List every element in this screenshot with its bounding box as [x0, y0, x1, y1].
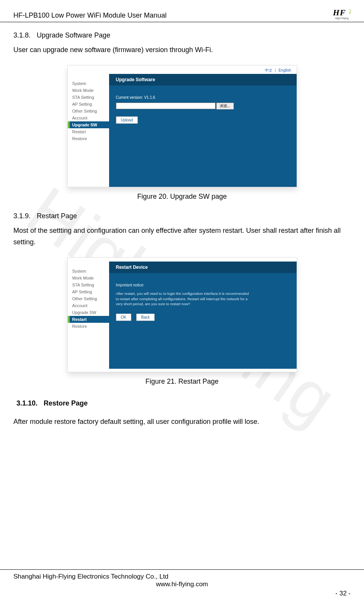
sidebar-item-restore[interactable]: Restore	[68, 135, 109, 142]
sidebar-nav: System Work Mode STA Setting AP Setting …	[68, 74, 109, 187]
panel-title: Restart Device	[109, 262, 297, 273]
upload-button[interactable]: Upload	[116, 116, 138, 124]
sidebar-item-other-setting[interactable]: Other Setting	[68, 295, 109, 302]
screenshot-upgrade-sw: 中文 | English System Work Mode STA Settin…	[67, 65, 297, 187]
sidebar-item-restart[interactable]: Restart	[68, 316, 109, 323]
sidebar-item-ap-setting[interactable]: AP Setting	[68, 101, 109, 108]
sidebar-item-other-setting[interactable]: Other Setting	[68, 108, 109, 114]
figure-20: 中文 | English System Work Mode STA Settin…	[13, 65, 351, 201]
panel-title: Upgrade Software	[109, 74, 297, 85]
firmware-file-input[interactable]	[116, 103, 215, 109]
language-switcher: 中文 | English	[68, 65, 297, 74]
section-title: Restart Page	[37, 212, 77, 220]
browse-button[interactable]: 浏览...	[216, 103, 234, 110]
lang-english-link[interactable]: English	[279, 68, 291, 72]
footer-url: www.hi-flying.com	[13, 580, 351, 588]
sidebar-item-upgrade-sw[interactable]: Upgrade SW	[68, 121, 109, 128]
footer-company: Shanghai High-Flying Electronics Technol…	[13, 573, 351, 580]
sidebar-item-account[interactable]: Account	[68, 302, 109, 309]
section-body-319: Most of the settting and configuration c…	[13, 225, 351, 248]
sidebar-item-work-mode[interactable]: Work Mode	[68, 87, 109, 94]
footer-page-number: - 32 -	[13, 590, 351, 597]
page-header: HF-LPB100 Low Power WiFi Module User Man…	[0, 0, 364, 22]
section-title: Upgrade Software Page	[37, 31, 110, 39]
wifi-icon	[348, 10, 351, 13]
section-body-3110: After module restore factory default set…	[13, 416, 351, 428]
main-panel: Upgrade Software Current version: V1.1.6…	[109, 74, 297, 187]
figure-20-caption: Figure 20. Upgrade SW page	[13, 193, 351, 201]
section-title: Restore Page	[44, 399, 88, 407]
page-footer: Shanghai High-Flying Electronics Technol…	[0, 569, 364, 597]
lang-separator: |	[275, 68, 276, 72]
back-button[interactable]: Back	[136, 314, 155, 321]
important-notice-text: After restart, you will need to re-login…	[116, 291, 250, 307]
sidebar-item-work-mode[interactable]: Work Mode	[68, 275, 109, 281]
logo-subtext: High-Flying	[335, 17, 348, 20]
current-version-label: Current version: V1.1.6	[116, 95, 290, 100]
sidebar-nav: System Work Mode STA Setting AP Setting …	[68, 262, 109, 369]
sidebar-item-system[interactable]: System	[68, 268, 109, 275]
main-panel: Restart Device Important notice: After r…	[109, 262, 297, 369]
section-number: 3.1.10.	[16, 399, 38, 407]
ok-button[interactable]: OK	[116, 314, 131, 321]
sidebar-item-restart[interactable]: Restart	[68, 128, 109, 135]
sidebar-item-system[interactable]: System	[68, 80, 109, 87]
figure-21-caption: Figure 21. Restart Page	[13, 378, 351, 386]
logo-text: HF	[333, 8, 346, 17]
header-title: HF-LPB100 Low Power WiFi Module User Man…	[13, 11, 166, 20]
sidebar-item-ap-setting[interactable]: AP Setting	[68, 288, 109, 295]
screenshot-restart: System Work Mode STA Setting AP Setting …	[67, 257, 297, 372]
important-notice-label: Important notice:	[116, 283, 290, 287]
section-heading-318: 3.1.8.Upgrade Software Page	[13, 31, 351, 39]
figure-21: System Work Mode STA Setting AP Setting …	[13, 257, 351, 386]
sidebar-item-sta-setting[interactable]: STA Setting	[68, 94, 109, 101]
section-heading-3110: 3.1.10.Restore Page	[16, 399, 351, 407]
header-logo: HF High-Flying	[333, 8, 351, 20]
sidebar-item-sta-setting[interactable]: STA Setting	[68, 281, 109, 288]
sidebar-item-restore[interactable]: Restore	[68, 323, 109, 330]
section-number: 3.1.9.	[13, 212, 31, 220]
sidebar-item-account[interactable]: Account	[68, 114, 109, 121]
section-heading-319: 3.1.9.Restart Page	[13, 212, 351, 220]
lang-chinese-link[interactable]: 中文	[265, 68, 273, 72]
section-number: 3.1.8.	[13, 31, 31, 39]
sidebar-item-upgrade-sw[interactable]: Upgrade SW	[68, 309, 109, 316]
section-body-318: User can upgrade new software (firmware)…	[13, 44, 351, 56]
